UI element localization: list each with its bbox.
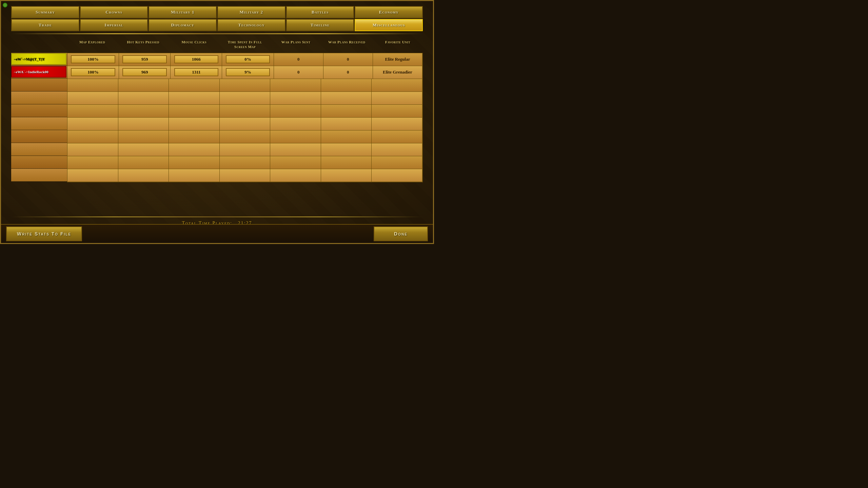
cell-1-screen-map-value: 0% bbox=[226, 55, 270, 64]
tab-military1[interactable]: Military 1 bbox=[149, 6, 217, 18]
player-name-1: ~eW`->M@(T_T)Y bbox=[11, 53, 66, 65]
window-close-button[interactable] bbox=[3, 3, 7, 7]
tab-timeline[interactable]: Timeline bbox=[286, 19, 354, 31]
tab-imperial[interactable]: Imperial bbox=[80, 19, 148, 31]
nav-row-1: Summary Crowns Military 1 Military 2 Bat… bbox=[11, 6, 423, 18]
data-row-7 bbox=[67, 130, 422, 143]
data-row-3 bbox=[67, 79, 422, 92]
tab-crowns[interactable]: Crowns bbox=[80, 6, 148, 18]
tab-summary[interactable]: Summary bbox=[11, 6, 79, 18]
tab-trade[interactable]: Trade bbox=[11, 19, 79, 31]
tab-military2[interactable]: Military 2 bbox=[217, 6, 285, 18]
top-divider bbox=[11, 33, 423, 34]
cell-2-hot-keys-value: 969 bbox=[122, 68, 167, 77]
main-window: Summary Crowns Military 1 Military 2 Bat… bbox=[0, 0, 434, 244]
cell-2-war-plans-received: 0 bbox=[323, 66, 373, 79]
cell-1-war-plans-received: 0 bbox=[323, 53, 373, 66]
data-row-10 bbox=[67, 169, 422, 182]
header-map-explored: Map Explored bbox=[67, 40, 117, 51]
grid-area: ~eW`->M@(T_T)Y ~eWA`->IndieRock00 bbox=[11, 53, 423, 182]
header-favorite-unit: Favorite Unit bbox=[373, 40, 423, 51]
cell-1-map-explored: 100% bbox=[67, 53, 119, 66]
cell-1-mouse-clicks: 1066 bbox=[171, 53, 222, 66]
tab-battles[interactable]: Battles bbox=[286, 6, 354, 18]
tab-technology[interactable]: Technology bbox=[217, 19, 285, 31]
header-hot-keys: Hot Keys Pressed bbox=[118, 40, 168, 51]
player-row-1: ~eW`->M@(T_T)Y bbox=[11, 53, 67, 66]
cell-2-favorite-unit: Elite Grenadier bbox=[373, 66, 422, 79]
cell-1-screen-map: 0% bbox=[222, 53, 274, 66]
main-content: Map Explored Hot Keys Pressed Mouse Clic… bbox=[1, 36, 433, 186]
tab-economy[interactable]: Economy bbox=[355, 6, 423, 18]
tab-miscellaneous[interactable]: Miscellaneous bbox=[355, 19, 423, 31]
data-row-5 bbox=[67, 105, 422, 118]
player-name-2: ~eWA`->IndieRock00 bbox=[11, 66, 66, 78]
nav-container: Summary Crowns Military 1 Military 2 Bat… bbox=[1, 1, 433, 31]
player-row-2: ~eWA`->IndieRock00 bbox=[11, 66, 67, 79]
header-war-plans-sent: War Plans Sent bbox=[271, 40, 321, 51]
cell-1-favorite-unit: Elite Regular bbox=[373, 53, 422, 66]
header-war-plans-received: War Plans Received bbox=[322, 40, 372, 51]
write-stats-button[interactable]: Write Stats To File bbox=[6, 226, 82, 241]
nav-row-2: Trade Imperial Diplomacy Technology Time… bbox=[11, 19, 423, 31]
bottom-divider bbox=[11, 217, 423, 217]
header-mouse-clicks: Mouse Clicks bbox=[169, 40, 219, 51]
cell-2-mouse-clicks-value: 1311 bbox=[174, 68, 219, 77]
data-row-2: 100% 969 1311 9% 0 0 Elite Grenadier bbox=[67, 66, 422, 79]
done-button[interactable]: Done bbox=[374, 226, 428, 241]
bottom-buttons-bar: Write Stats To File Done bbox=[1, 224, 433, 243]
tab-diplomacy[interactable]: Diplomacy bbox=[149, 19, 217, 31]
cell-2-hot-keys: 969 bbox=[119, 66, 171, 79]
table-headers: Map Explored Hot Keys Pressed Mouse Clic… bbox=[67, 40, 423, 51]
data-row-4 bbox=[67, 92, 422, 105]
cell-1-mouse-clicks-value: 1066 bbox=[174, 55, 219, 64]
cell-2-map-explored-value: 100% bbox=[71, 68, 115, 77]
cell-2-screen-map-value: 9% bbox=[226, 68, 270, 77]
cell-2-mouse-clicks: 1311 bbox=[171, 66, 222, 79]
cell-1-hot-keys: 959 bbox=[119, 53, 171, 66]
cell-1-map-explored-value: 100% bbox=[71, 55, 115, 64]
data-row-9 bbox=[67, 156, 422, 169]
cell-2-screen-map: 9% bbox=[222, 66, 274, 79]
cell-2-map-explored: 100% bbox=[67, 66, 119, 79]
data-columns: 100% 959 1066 0% 0 0 Elite Regular bbox=[67, 53, 423, 182]
data-row-1: 100% 959 1066 0% 0 0 Elite Regular bbox=[67, 53, 422, 66]
cell-2-war-plans-sent: 0 bbox=[274, 66, 323, 79]
header-screen-map: Time Spent In Full Screen Map bbox=[220, 40, 270, 51]
data-row-6 bbox=[67, 118, 422, 130]
data-row-8 bbox=[67, 143, 422, 156]
cell-1-war-plans-sent: 0 bbox=[274, 53, 323, 66]
cell-1-hot-keys-value: 959 bbox=[122, 55, 167, 64]
player-column: ~eW`->M@(T_T)Y ~eWA`->IndieRock00 bbox=[11, 53, 67, 182]
